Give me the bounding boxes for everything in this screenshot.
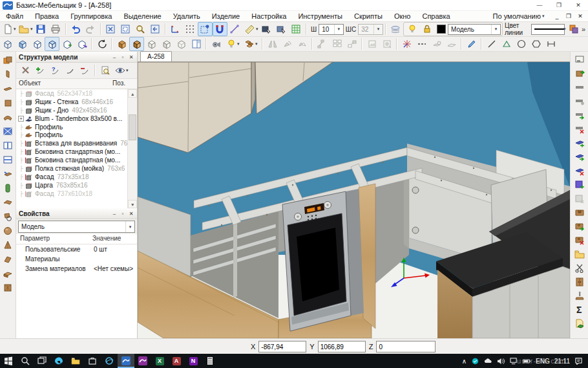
fastener-icon[interactable] bbox=[572, 81, 586, 94]
open-file-icon[interactable] bbox=[17, 22, 32, 36]
tree-item[interactable]: ├Ящик - Дно492x458x16 bbox=[18, 106, 127, 114]
materials-dropdown[interactable]: ▾ bbox=[255, 41, 260, 47]
properties-scope-select[interactable]: Модель▾ bbox=[18, 221, 135, 233]
clock[interactable]: 21:11 bbox=[554, 358, 570, 365]
tree-item[interactable]: ├Фасад737x35x18 bbox=[18, 173, 127, 181]
facade-disabled-icon[interactable] bbox=[572, 192, 586, 205]
stamp-tool-icon[interactable] bbox=[572, 290, 586, 303]
box-edit-icon[interactable] bbox=[429, 37, 444, 51]
rotate-mirror-icon[interactable] bbox=[295, 37, 310, 51]
coord-y-input[interactable] bbox=[318, 341, 366, 352]
language-indicator[interactable]: ENG bbox=[536, 358, 550, 365]
excel-icon[interactable]: X bbox=[151, 354, 168, 368]
lighting-icon[interactable] bbox=[224, 37, 238, 51]
window-restore-button[interactable]: ❐ bbox=[549, 0, 569, 10]
render-white-icon[interactable] bbox=[144, 37, 159, 51]
column-pos[interactable]: Поз. bbox=[110, 79, 137, 89]
zoom-extents-icon[interactable] bbox=[103, 22, 118, 36]
select-objects-icon[interactable] bbox=[259, 22, 274, 36]
undo-icon[interactable] bbox=[68, 22, 83, 36]
panel-copy-icon[interactable] bbox=[1, 54, 15, 67]
viewport-3d-scene[interactable] bbox=[138, 62, 570, 338]
dashed-line-icon[interactable] bbox=[414, 37, 429, 51]
block-cross-icon[interactable] bbox=[1, 125, 15, 138]
toolbar-overflow[interactable]: » bbox=[582, 25, 588, 33]
start-button[interactable] bbox=[0, 354, 17, 368]
coord-z-input[interactable] bbox=[376, 341, 436, 352]
menu-window[interactable]: Окно bbox=[388, 12, 417, 20]
fastener-settings-icon[interactable] bbox=[572, 95, 586, 108]
snap-grid-icon[interactable] bbox=[198, 22, 213, 36]
zoom-window-icon[interactable] bbox=[118, 22, 133, 36]
tree-item[interactable]: ├Царга763x85x16 bbox=[18, 181, 127, 189]
draw-line-icon[interactable] bbox=[484, 37, 499, 51]
structure-visibility-eye-icon[interactable] bbox=[112, 63, 127, 78]
property-row[interactable]: Пользовательские0 шт bbox=[16, 244, 137, 254]
tree-scrollbar[interactable]: ▲ ▼ bbox=[127, 89, 137, 208]
tree-item[interactable]: ├Фасад562x347x18 bbox=[18, 89, 127, 98]
panel-frontal-icon[interactable] bbox=[1, 96, 15, 109]
block-horizontal-divider-icon[interactable] bbox=[1, 153, 15, 166]
split-view-icon[interactable] bbox=[189, 37, 204, 51]
groove-delete-icon[interactable] bbox=[572, 234, 586, 247]
save-icon[interactable] bbox=[34, 22, 48, 36]
store-icon[interactable] bbox=[84, 354, 101, 368]
edge-band-apply-icon[interactable] bbox=[572, 151, 586, 164]
window-close-button[interactable]: ✕ bbox=[569, 0, 588, 10]
groove-apply-icon[interactable] bbox=[572, 220, 586, 233]
structure-add-icon[interactable] bbox=[33, 63, 48, 78]
tray-app-icon[interactable] bbox=[471, 358, 479, 365]
profile-attach-icon[interactable] bbox=[1, 168, 15, 180]
view-import-icon[interactable] bbox=[74, 37, 89, 51]
access-icon[interactable]: A bbox=[168, 354, 185, 368]
edge-icon[interactable] bbox=[50, 354, 67, 368]
snap-magnet-icon[interactable] bbox=[213, 22, 227, 36]
draw-polygon-icon[interactable] bbox=[529, 37, 543, 51]
scroll-down-icon[interactable]: ▼ bbox=[128, 200, 137, 208]
zoom-previous-icon[interactable] bbox=[148, 22, 163, 36]
scroll-thumb[interactable] bbox=[129, 114, 136, 140]
panel-vertical-icon[interactable] bbox=[1, 68, 15, 81]
menu-product[interactable]: Изделие bbox=[206, 12, 246, 20]
structure-edit-icon[interactable] bbox=[63, 63, 78, 78]
bazis-salon-icon[interactable] bbox=[134, 354, 151, 368]
expand-icon[interactable]: + bbox=[18, 116, 24, 122]
file-explorer-icon[interactable] bbox=[67, 354, 84, 368]
snap-angle-icon[interactable] bbox=[227, 22, 242, 36]
render-outline-icon[interactable] bbox=[174, 37, 189, 51]
panel-rotate-icon[interactable] bbox=[1, 210, 15, 223]
battery-icon[interactable] bbox=[523, 358, 531, 365]
coord-x-input[interactable] bbox=[258, 341, 306, 352]
bazis-app-icon[interactable] bbox=[118, 354, 134, 368]
menu-edit[interactable]: Правка bbox=[29, 12, 65, 20]
mdi-minimize-button[interactable]: _ bbox=[552, 13, 562, 19]
insert-image-icon[interactable] bbox=[364, 37, 379, 51]
notification-center-icon[interactable] bbox=[574, 358, 583, 365]
line-width-select[interactable]: 10▾ bbox=[319, 24, 344, 35]
box-flat-icon[interactable] bbox=[444, 37, 459, 51]
materials-icon[interactable] bbox=[242, 37, 257, 51]
line-style-select[interactable] bbox=[531, 24, 565, 35]
sphere-icon[interactable] bbox=[1, 224, 15, 237]
menu-help[interactable]: Справка bbox=[416, 12, 456, 20]
array-step-icon[interactable] bbox=[344, 37, 359, 51]
tree-item[interactable]: +Blum - Tandembox 83x500 в... bbox=[18, 114, 127, 123]
properties-close-button[interactable]: ✕ bbox=[128, 211, 134, 217]
lighting-dropdown[interactable]: ▾ bbox=[237, 41, 242, 47]
select-elements-icon[interactable] bbox=[274, 22, 289, 36]
properties-minimize-button[interactable]: – bbox=[111, 211, 118, 217]
camera-icon[interactable] bbox=[209, 37, 224, 51]
document-tab[interactable]: A-258 bbox=[140, 51, 172, 61]
column-object[interactable]: Объект bbox=[16, 79, 110, 89]
dimension-star-icon[interactable] bbox=[399, 37, 414, 51]
line-width2-select[interactable]: 32▾ bbox=[358, 24, 383, 35]
sigma-report-icon[interactable]: Σ bbox=[572, 303, 586, 316]
properties-panel-header[interactable]: Свойства – ▫ ✕ bbox=[16, 208, 137, 219]
edge-band-add-icon[interactable] bbox=[572, 136, 586, 149]
export-model-icon[interactable] bbox=[572, 318, 586, 330]
structure-minimize-button[interactable]: – bbox=[111, 54, 118, 60]
tree-item[interactable]: ├Ящик - Стенка68x446x16 bbox=[18, 98, 127, 106]
structure-help-icon[interactable]: ? bbox=[48, 63, 63, 78]
draw-circle-icon[interactable] bbox=[514, 37, 529, 51]
new-document-icon[interactable] bbox=[0, 22, 15, 36]
